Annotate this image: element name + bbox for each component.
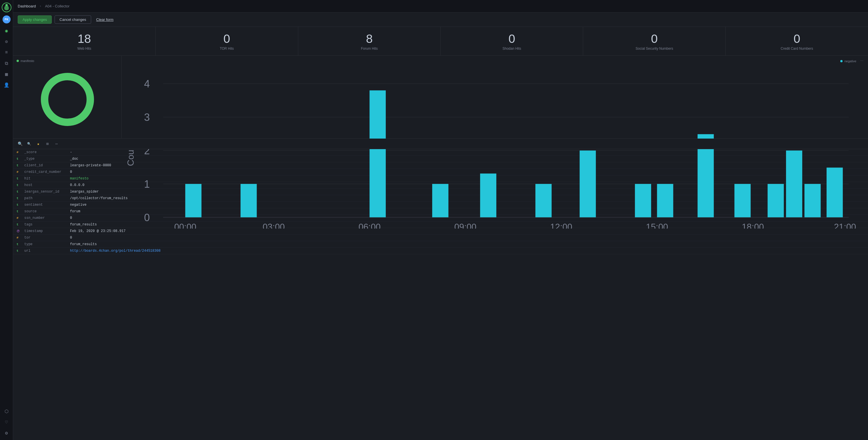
field-type-icon: # [13,215,21,221]
svg-rect-16 [185,184,202,217]
stat-card-web-hits: 18 Web Hits [13,27,156,56]
table-row: t url http://boards.4chan.org/pol/thread… [13,248,868,254]
sidebar-item-reports[interactable]: ≡ [2,48,11,57]
cancel-changes-button[interactable]: Cancel changes [55,15,91,24]
field-name: ssn_number [21,215,67,221]
svg-rect-28 [786,151,802,217]
field-name: _type [21,156,67,162]
sidebar-item-activity[interactable]: ⊙ [2,37,11,46]
svg-text:09:00: 09:00 [454,222,476,228]
field-name: source [21,208,67,215]
svg-point-4 [44,76,90,122]
nav-separator: › [39,4,42,8]
svg-rect-29 [805,184,821,217]
credit-card-label: Credit Card Numbers [781,46,813,51]
table-toolbar: 🔍 🔍 ★ ⊞ ⋯ [13,138,868,149]
field-type-icon: ⏱ [13,228,21,234]
donut-legend-dot [17,60,19,62]
web-hits-value: 18 [78,33,91,45]
bar-more-icon[interactable]: ⋯ [860,59,863,63]
nav-title: Dashboard [18,4,36,8]
field-type-icon: t [13,241,21,248]
donut-svg [39,71,96,128]
svg-rect-19 [432,184,448,217]
stat-card-ssn: 0 Social Security Numbers [583,27,726,56]
field-name: client_id [21,162,67,169]
star-button[interactable]: ★ [35,140,42,147]
field-type-icon: t [13,162,21,169]
field-type-icon: # [13,234,21,241]
sidebar-item-archive[interactable]: ▦ [2,70,11,79]
svg-rect-27 [768,184,784,217]
donut-legend: manifesto [17,59,118,63]
field-name: url [21,248,67,254]
shodan-hits-value: 0 [508,33,515,45]
more-options-button[interactable]: ⋯ [53,140,60,147]
svg-text:21:00: 21:00 [834,222,856,228]
stats-row: 18 Web Hits 0 TOR Hits 8 Forum Hits 0 Sh… [13,27,868,56]
field-value[interactable]: http://boards.4chan.org/pol/thread/24451… [67,248,868,254]
svg-rect-17 [241,184,257,217]
forum-hits-label: Forum Hits [361,46,378,51]
svg-rect-20 [480,174,496,217]
nav-subtitle: A04 - Collector [45,4,69,8]
clear-form-button[interactable]: Clear form [94,16,116,24]
sidebar-item-settings[interactable]: ⚙ [2,429,11,438]
svg-rect-23 [635,184,651,217]
app-logo: CP [1,2,12,12]
tor-hits-label: TOR Hits [220,46,234,51]
field-type-icon: t [13,248,21,254]
stat-card-forum-hits: 8 Forum Hits [298,27,441,56]
field-name: tags [21,221,67,228]
donut-container [17,64,118,135]
bar-legend-dot [840,60,843,62]
charts-row: manifesto negative ⋯ 0 [13,56,868,138]
sidebar-item-people[interactable]: 👤 [2,81,11,90]
svg-rect-21 [535,184,552,217]
field-value: Feb 19, 2020 @ 23:25:08.917 [67,228,868,234]
field-type-icon: t [13,182,21,189]
bar-legend: negative ⋯ [840,59,863,63]
stat-card-shodan-hits: 0 Shodan Hits [441,27,583,56]
zoom-out-button[interactable]: 🔍 [26,140,33,147]
field-value: 0 [67,234,868,241]
svg-rect-22 [580,151,596,217]
sidebar: CP PK ◉ ⊙ ≡ ⧉ ▦ 👤 ⬡ ♡ ⚙ [0,0,13,440]
credit-card-value: 0 [794,33,800,45]
grid-button[interactable]: ⊞ [44,140,51,147]
sidebar-item-dashboard[interactable]: ◉ [2,26,11,35]
svg-text:03:00: 03:00 [262,222,285,228]
svg-text:18:00: 18:00 [742,222,764,228]
svg-point-1 [5,4,8,6]
field-name: credit_card_number [21,169,67,176]
svg-text:06:00: 06:00 [359,222,380,228]
zoom-in-button[interactable]: 🔍 [17,140,24,147]
sidebar-item-health[interactable]: ♡ [2,418,11,427]
field-name: leargas_sensor_id [21,189,67,195]
svg-rect-18 [369,90,386,217]
shodan-hits-label: Shodan Hits [503,46,521,51]
field-name: _score [21,149,67,156]
svg-text:1: 1 [144,178,150,190]
apply-changes-button[interactable]: Apply changes [18,15,52,24]
field-type-icon: # [13,169,21,176]
field-name: host [21,182,67,189]
stat-card-credit-card: 0 Credit Card Numbers [726,27,868,56]
ssn-label: Social Security Numbers [636,46,673,51]
toolbar: Apply changes Cancel changes Clear form [13,12,868,27]
field-type-icon: t [13,221,21,228]
table-row: ⏱ timestamp Feb 19, 2020 @ 23:25:08.917 [13,228,868,234]
svg-rect-30 [827,168,843,217]
sidebar-item-layers[interactable]: ⧉ [2,59,11,68]
field-name: hit [21,176,67,182]
field-type-icon: t [13,202,21,208]
field-type-icon: t [13,208,21,215]
svg-rect-24 [657,184,674,217]
field-name: path [21,195,67,202]
bar-chart-panel: negative ⋯ 0 1 2 3 4 Count [122,56,868,138]
svg-text:15:00: 15:00 [646,222,668,228]
user-avatar[interactable]: PK [3,15,10,24]
table-row: t type forum_results [13,241,868,248]
sidebar-item-shield[interactable]: ⬡ [2,407,11,416]
stat-card-tor-hits: 0 TOR Hits [156,27,298,56]
